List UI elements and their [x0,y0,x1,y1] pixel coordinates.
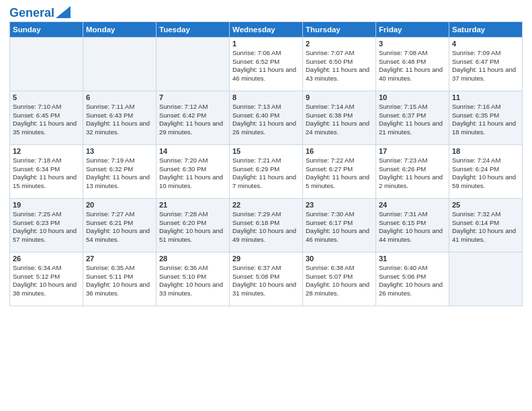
day-number: 26 [13,255,80,263]
day-number: 11 [452,93,519,101]
day-info: Sunrise: 6:38 AM Sunset: 5:07 PM Dayligh… [306,264,373,298]
logo: General [9,7,71,17]
day-info: Sunrise: 6:34 AM Sunset: 5:12 PM Dayligh… [13,264,80,298]
day-info: Sunrise: 7:23 AM Sunset: 6:26 PM Dayligh… [379,156,446,191]
day-info: Sunrise: 7:28 AM Sunset: 6:20 PM Dayligh… [159,210,226,244]
day-cell: 22Sunrise: 7:29 AM Sunset: 6:18 PM Dayli… [230,198,303,252]
day-cell: 4Sunrise: 7:09 AM Sunset: 6:47 PM Daylig… [449,37,523,91]
day-number: 30 [306,255,373,263]
day-cell: 9Sunrise: 7:14 AM Sunset: 6:38 PM Daylig… [303,91,376,144]
day-info: Sunrise: 7:25 AM Sunset: 6:23 PM Dayligh… [13,210,80,244]
day-number: 25 [452,201,519,209]
day-cell: 28Sunrise: 6:36 AM Sunset: 5:10 PM Dayli… [157,252,230,306]
day-cell: 11Sunrise: 7:16 AM Sunset: 6:35 PM Dayli… [449,91,523,144]
day-number: 17 [379,147,446,155]
day-info: Sunrise: 7:29 AM Sunset: 6:18 PM Dayligh… [232,210,300,244]
day-cell: 12Sunrise: 7:18 AM Sunset: 6:34 PM Dayli… [10,144,83,198]
day-info: Sunrise: 7:21 AM Sunset: 6:29 PM Dayligh… [232,156,300,191]
day-number: 8 [232,93,300,101]
header-row: SundayMondayTuesdayWednesdayThursdayFrid… [10,21,523,37]
day-info: Sunrise: 6:36 AM Sunset: 5:10 PM Dayligh… [159,264,226,298]
week-row-3: 12Sunrise: 7:18 AM Sunset: 6:34 PM Dayli… [10,144,523,198]
day-cell: 16Sunrise: 7:22 AM Sunset: 6:27 PM Dayli… [303,144,376,198]
day-number: 15 [232,147,300,155]
header: General [9,7,523,17]
day-cell: 7Sunrise: 7:12 AM Sunset: 6:42 PM Daylig… [157,91,230,144]
day-number: 1 [232,40,300,48]
day-cell: 14Sunrise: 7:20 AM Sunset: 6:30 PM Dayli… [157,144,230,198]
day-info: Sunrise: 7:14 AM Sunset: 6:38 PM Dayligh… [306,103,373,137]
day-number: 29 [232,255,300,263]
col-header-monday: Monday [83,21,157,37]
day-cell: 23Sunrise: 7:30 AM Sunset: 6:17 PM Dayli… [303,198,376,252]
day-cell: 30Sunrise: 6:38 AM Sunset: 5:07 PM Dayli… [303,252,376,306]
day-number: 18 [452,147,519,155]
day-cell: 8Sunrise: 7:13 AM Sunset: 6:40 PM Daylig… [230,91,303,144]
logo-arrow-icon [56,6,71,18]
col-header-sunday: Sunday [10,21,83,37]
day-info: Sunrise: 7:09 AM Sunset: 6:47 PM Dayligh… [452,49,519,83]
day-info: Sunrise: 7:12 AM Sunset: 6:42 PM Dayligh… [159,103,226,137]
day-number: 7 [159,93,226,101]
day-cell: 26Sunrise: 6:34 AM Sunset: 5:12 PM Dayli… [10,252,83,306]
day-number: 21 [159,201,226,209]
day-cell: 10Sunrise: 7:15 AM Sunset: 6:37 PM Dayli… [376,91,449,144]
day-cell: 25Sunrise: 7:32 AM Sunset: 6:14 PM Dayli… [449,198,523,252]
day-number: 22 [232,201,300,209]
col-header-tuesday: Tuesday [157,21,230,37]
day-number: 5 [13,93,80,101]
day-info: Sunrise: 7:24 AM Sunset: 6:24 PM Dayligh… [452,156,519,191]
day-info: Sunrise: 7:19 AM Sunset: 6:32 PM Dayligh… [86,156,153,191]
week-row-1: 1Sunrise: 7:06 AM Sunset: 6:52 PM Daylig… [10,37,523,91]
day-number: 27 [86,255,153,263]
day-cell [449,252,523,306]
col-header-thursday: Thursday [303,21,376,37]
day-number: 2 [306,40,373,48]
day-info: Sunrise: 7:31 AM Sunset: 6:15 PM Dayligh… [379,210,446,244]
page-container: General SundayMondayTuesdayWednesdayThur… [0,0,532,312]
day-info: Sunrise: 7:27 AM Sunset: 6:21 PM Dayligh… [86,210,153,244]
day-info: Sunrise: 7:11 AM Sunset: 6:43 PM Dayligh… [86,103,153,137]
day-cell: 31Sunrise: 6:40 AM Sunset: 5:06 PM Dayli… [376,252,449,306]
day-cell [157,37,230,91]
day-number: 10 [379,93,446,101]
day-info: Sunrise: 6:40 AM Sunset: 5:06 PM Dayligh… [379,264,446,298]
day-cell: 6Sunrise: 7:11 AM Sunset: 6:43 PM Daylig… [83,91,157,144]
day-info: Sunrise: 7:16 AM Sunset: 6:35 PM Dayligh… [452,103,519,137]
day-number: 16 [306,147,373,155]
day-cell: 17Sunrise: 7:23 AM Sunset: 6:26 PM Dayli… [376,144,449,198]
day-cell: 1Sunrise: 7:06 AM Sunset: 6:52 PM Daylig… [230,37,303,91]
day-cell: 18Sunrise: 7:24 AM Sunset: 6:24 PM Dayli… [449,144,523,198]
day-info: Sunrise: 6:37 AM Sunset: 5:08 PM Dayligh… [232,264,300,298]
day-info: Sunrise: 7:07 AM Sunset: 6:50 PM Dayligh… [306,49,373,83]
day-number: 19 [13,201,80,209]
calendar-table: SundayMondayTuesdayWednesdayThursdayFrid… [9,21,523,306]
day-number: 31 [379,255,446,263]
day-number: 20 [86,201,153,209]
day-info: Sunrise: 7:06 AM Sunset: 6:52 PM Dayligh… [232,49,300,83]
day-number: 23 [306,201,373,209]
day-cell: 29Sunrise: 6:37 AM Sunset: 5:08 PM Dayli… [230,252,303,306]
day-number: 6 [86,93,153,101]
day-cell: 27Sunrise: 6:35 AM Sunset: 5:11 PM Dayli… [83,252,157,306]
svg-marker-0 [56,6,71,18]
day-cell: 20Sunrise: 7:27 AM Sunset: 6:21 PM Dayli… [83,198,157,252]
day-info: Sunrise: 7:20 AM Sunset: 6:30 PM Dayligh… [159,156,226,191]
day-info: Sunrise: 7:08 AM Sunset: 6:48 PM Dayligh… [379,49,446,83]
day-cell: 5Sunrise: 7:10 AM Sunset: 6:45 PM Daylig… [10,91,83,144]
day-info: Sunrise: 7:30 AM Sunset: 6:17 PM Dayligh… [306,210,373,244]
day-cell [83,37,157,91]
day-cell: 15Sunrise: 7:21 AM Sunset: 6:29 PM Dayli… [230,144,303,198]
day-number: 4 [452,40,519,48]
logo-text: General [9,7,54,20]
day-info: Sunrise: 7:10 AM Sunset: 6:45 PM Dayligh… [13,103,80,137]
col-header-saturday: Saturday [449,21,523,37]
day-info: Sunrise: 7:22 AM Sunset: 6:27 PM Dayligh… [306,156,373,191]
day-info: Sunrise: 7:32 AM Sunset: 6:14 PM Dayligh… [452,210,519,244]
week-row-4: 19Sunrise: 7:25 AM Sunset: 6:23 PM Dayli… [10,198,523,252]
day-cell: 21Sunrise: 7:28 AM Sunset: 6:20 PM Dayli… [157,198,230,252]
day-cell: 13Sunrise: 7:19 AM Sunset: 6:32 PM Dayli… [83,144,157,198]
week-row-2: 5Sunrise: 7:10 AM Sunset: 6:45 PM Daylig… [10,91,523,144]
day-number: 3 [379,40,446,48]
day-number: 14 [159,147,226,155]
